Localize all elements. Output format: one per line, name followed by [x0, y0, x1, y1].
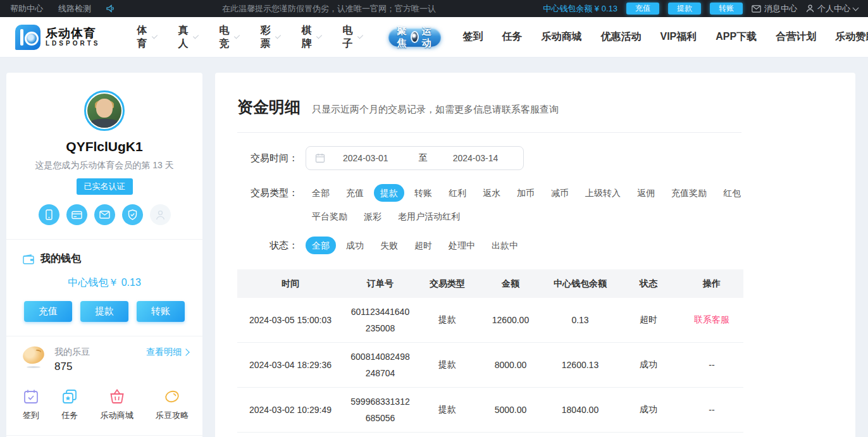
nav-menu-esports[interactable]: 电竞 [219, 24, 239, 51]
table-row: 2024-03-05 15:00:03 601123441640235008 提… [237, 298, 743, 343]
nav-menu-lottery[interactable]: 彩票 [260, 24, 280, 51]
username: QYFlclUgK1 [6, 139, 202, 154]
nav-menu-live[interactable]: 真人 [178, 24, 197, 51]
filter-type-deposit-reward[interactable]: 充值奖励 [665, 184, 713, 202]
funds-detail-panel: 资金明细 只显示近两个月的交易记录，如需更多信息请联系客服查询 交易时间： 20… [215, 73, 855, 437]
bean-label: 我的乐豆 [54, 347, 90, 358]
shortcut-tasks[interactable]: 任务 [61, 388, 78, 421]
filter-type-payout[interactable]: 派彩 [357, 207, 388, 225]
filter-type-red-packet[interactable]: 红包 [717, 184, 747, 202]
filter-type-add-coin[interactable]: 加币 [511, 184, 541, 202]
topbar-transfer-button[interactable]: 转账 [710, 3, 743, 15]
transfer-button[interactable]: 转账 [137, 301, 185, 322]
filter-status-timeout[interactable]: 超时 [408, 237, 438, 254]
shortcut-mall[interactable]: 乐动商城 [101, 388, 133, 421]
nav-menus: 体育 真人 电竞 彩票 棋牌 电子 [137, 24, 362, 51]
filter-status-failed[interactable]: 失败 [374, 237, 404, 254]
brand-logo[interactable]: 乐动体育 LDSPORTS [15, 25, 100, 50]
brand-logo-icon [15, 25, 40, 50]
top-utility-bar: 帮助中心 线路检测 在此温馨提示您谨防假冒伪劣，认准唯一官网；官方唯一认 中心钱… [0, 0, 868, 17]
filter-type-withdraw[interactable]: 提款 [374, 184, 404, 202]
user-icon[interactable] [150, 204, 171, 225]
transactions-table: 时间 订单号 交易类型 金额 中心钱包余额 状态 操作 2024-03-05 1… [237, 269, 743, 433]
filter-status-success[interactable]: 成功 [340, 237, 370, 254]
nav-menu-sports[interactable]: 体育 [137, 24, 156, 51]
bean-summary: 我的乐豆 875 查看明细 [6, 336, 202, 373]
profile-sidebar: QYFlclUgK1 这是您成为乐动体育会员的第 13 天 已实名认证 [6, 73, 202, 437]
nav-link-mall[interactable]: 乐动商城 [541, 30, 581, 44]
nav-link-tasks[interactable]: 任务 [502, 30, 522, 44]
bean-guide-icon [164, 388, 180, 405]
nav-link-app-download[interactable]: APP下载 [716, 30, 757, 44]
help-center-link[interactable]: 帮助中心 [10, 3, 43, 15]
chevron-down-icon [316, 33, 322, 39]
filter-status-paying[interactable]: 出款中 [485, 237, 524, 254]
shortcut-row: 签到 任务 乐动商城 乐豆攻略 [6, 373, 202, 421]
shield-check-icon[interactable] [122, 204, 143, 225]
mail-icon[interactable] [94, 204, 115, 225]
topbar-deposit-button[interactable]: 充值 [626, 3, 659, 15]
cell-order: 600814082498248704 [344, 348, 417, 381]
filter-type-bonus[interactable]: 红利 [442, 184, 473, 202]
filter-type-upline-transfer[interactable]: 上级转入 [579, 184, 627, 202]
cell-amount: 12600.00 [478, 315, 543, 325]
nav-link-sponsor[interactable]: 乐动赞助 [835, 30, 868, 44]
contact-support-link[interactable]: 联系客服 [680, 314, 743, 326]
wallet-section-title: 我的钱包 [23, 252, 202, 266]
nav-link-promotions[interactable]: 优惠活动 [600, 30, 641, 44]
cell-order: 601123441640235008 [344, 304, 417, 336]
brand-subname: LDSPORTS [46, 40, 100, 47]
filter-type-old-user-bonus[interactable]: 老用户活动红利 [392, 207, 466, 225]
chevron-down-icon [193, 33, 199, 39]
nav-link-vip[interactable]: VIP福利 [660, 30, 697, 44]
header-time: 时间 [237, 278, 344, 290]
date-range-separator: 至 [419, 152, 428, 164]
nav-menu-chess[interactable]: 棋牌 [301, 24, 321, 51]
cell-status: 超时 [617, 314, 680, 326]
phone-icon[interactable] [39, 204, 59, 225]
shortcut-checkin[interactable]: 签到 [23, 388, 39, 421]
header-status: 状态 [617, 278, 680, 290]
member-days-text: 这是您成为乐动体育会员的第 13 天 [6, 160, 202, 171]
table-row: 2024-03-04 18:29:36 600814082498248704 提… [237, 343, 743, 388]
deposit-button[interactable]: 充值 [24, 301, 72, 322]
bean-icon [22, 347, 47, 368]
nav-link-checkin[interactable]: 签到 [462, 30, 483, 44]
filter-type-rebate[interactable]: 返水 [476, 184, 507, 202]
header-balance: 中心钱包余额 [543, 278, 617, 290]
page-title: 资金明细 [237, 97, 301, 118]
nav-menu-slots[interactable]: 电子 [342, 24, 362, 51]
filter-status-processing[interactable]: 处理中 [442, 237, 481, 254]
withdraw-button[interactable]: 提款 [80, 301, 128, 322]
filter-type-platform-reward[interactable]: 平台奖励 [306, 207, 354, 225]
header-action: 操作 [680, 278, 743, 290]
message-center-link[interactable]: 消息中心 [752, 3, 797, 15]
filter-type-transfer[interactable]: 转账 [408, 184, 438, 202]
chevron-down-icon [275, 33, 281, 39]
filter-status-all[interactable]: 全部 [306, 237, 336, 254]
filter-type-deposit[interactable]: 充值 [340, 184, 370, 202]
filter-type-all[interactable]: 全部 [306, 184, 336, 202]
bean-value: 875 [54, 360, 90, 373]
nav-link-partner[interactable]: 合营计划 [776, 30, 816, 44]
personal-center-menu[interactable]: 个人中心 [806, 3, 858, 15]
focus-sports-badge[interactable]: 聚焦 运动 [388, 28, 441, 47]
filter-type-commission[interactable]: 返佣 [631, 184, 661, 202]
date-to-value[interactable]: 2024-03-14 [453, 153, 499, 163]
avatar[interactable] [84, 90, 125, 131]
divider [6, 239, 202, 240]
shortcut-bean-guide[interactable]: 乐豆攻略 [156, 388, 189, 421]
view-detail-link[interactable]: 查看明细 [146, 347, 189, 358]
topbar-withdraw-button[interactable]: 提款 [668, 3, 701, 15]
chevron-down-icon [152, 33, 158, 39]
bank-card-icon[interactable] [66, 204, 87, 225]
speaker-icon [106, 4, 115, 13]
main-navbar: 乐动体育 LDSPORTS 体育 真人 电竞 彩票 棋牌 电子 聚焦 运动 签到… [0, 17, 868, 57]
cell-amount: 8000.00 [478, 360, 543, 370]
verified-badge[interactable]: 已实名认证 [77, 178, 133, 195]
date-range-picker[interactable]: 2024-03-01 至 2024-03-14 [306, 146, 524, 170]
date-from-value[interactable]: 2024-03-01 [343, 153, 388, 163]
line-check-link[interactable]: 线路检测 [58, 3, 91, 15]
wallet-icon [23, 254, 35, 264]
filter-type-deduct-coin[interactable]: 减币 [545, 184, 575, 202]
